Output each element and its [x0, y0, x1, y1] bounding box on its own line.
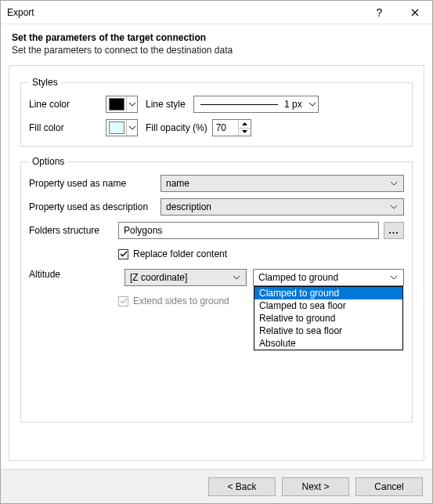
titlebar: Export ? — [1, 1, 432, 24]
content-panel: Styles Line color Line style 1 px — [9, 65, 424, 461]
chevron-down-icon — [389, 182, 399, 186]
window-title: Export — [7, 7, 362, 18]
header-heading: Set the parameters of the target connect… — [12, 32, 421, 43]
extend-sides-label: Extend sides to ground — [133, 296, 229, 306]
altitude-label: Altitude — [29, 269, 118, 280]
replace-folder-label: Replace folder content — [133, 248, 227, 259]
altitude-mode-select[interactable]: Clamped to ground Clamped to ground Clam… — [253, 269, 404, 286]
dropdown-option[interactable]: Clamped to sea floor — [254, 299, 402, 312]
help-button[interactable]: ? — [362, 1, 397, 24]
dropdown-option[interactable]: Clamped to ground — [254, 287, 402, 299]
property-name-select[interactable]: name — [161, 175, 404, 192]
spin-up-icon[interactable] — [239, 120, 251, 128]
chevron-down-icon — [232, 276, 241, 280]
altitude-source-select[interactable]: [Z coordinate] — [124, 269, 247, 286]
dropdown-option[interactable]: Relative to sea floor — [254, 325, 402, 337]
fill-color-label: Fill color — [29, 122, 106, 133]
options-legend: Options — [29, 156, 67, 167]
line-style-label: Line style — [146, 99, 186, 110]
checkbox-icon — [118, 296, 128, 306]
replace-folder-checkbox[interactable]: Replace folder content — [118, 248, 227, 259]
checkbox-icon — [118, 249, 128, 259]
chevron-down-icon — [389, 276, 399, 280]
close-icon — [411, 9, 419, 16]
next-button[interactable]: Next > — [282, 477, 349, 496]
back-button[interactable]: < Back — [208, 477, 276, 496]
fill-opacity-label: Fill opacity (%) — [146, 122, 207, 133]
chevron-down-icon — [307, 96, 318, 112]
line-color-picker[interactable] — [106, 96, 138, 113]
chevron-down-icon — [389, 205, 399, 209]
chevron-down-icon — [126, 120, 137, 136]
close-button[interactable] — [397, 1, 432, 24]
fill-opacity-value: 70 — [213, 120, 238, 136]
line-style-value: 1 px — [284, 99, 302, 110]
export-dialog: Export ? Set the parameters of the targe… — [0, 0, 433, 504]
property-description-select[interactable]: description — [161, 198, 404, 216]
fill-color-picker[interactable] — [106, 119, 138, 136]
line-preview — [200, 104, 278, 105]
chevron-down-icon — [126, 96, 137, 112]
styles-group: Styles Line color Line style 1 px — [20, 77, 413, 147]
fill-opacity-stepper[interactable]: 70 — [212, 119, 251, 136]
dropdown-option[interactable]: Absolute — [254, 337, 402, 350]
footer: < Back Next > Cancel — [1, 469, 432, 503]
fill-color-swatch — [109, 121, 124, 134]
spin-down-icon[interactable] — [239, 128, 251, 136]
header-subheading: Set the parameters to connect to the des… — [12, 45, 421, 56]
browse-button[interactable]: ... — [384, 222, 404, 239]
cancel-button[interactable]: Cancel — [355, 477, 423, 496]
property-name-label: Property used as name — [29, 178, 161, 189]
styles-legend: Styles — [29, 77, 61, 88]
folders-structure-label: Folders structure — [29, 225, 118, 236]
altitude-mode-dropdown: Clamped to ground Clamped to sea floor R… — [254, 286, 403, 350]
folders-structure-input[interactable]: Polygons — [118, 222, 379, 239]
header: Set the parameters of the target connect… — [1, 24, 432, 65]
extend-sides-checkbox: Extend sides to ground — [118, 296, 229, 306]
line-color-swatch — [109, 98, 124, 111]
property-description-label: Property used as description — [29, 201, 161, 212]
options-group: Options Property used as name name Prope… — [20, 156, 413, 422]
line-color-label: Line color — [29, 99, 106, 110]
dropdown-option[interactable]: Relative to ground — [254, 312, 402, 325]
line-style-picker[interactable]: 1 px — [193, 96, 319, 113]
